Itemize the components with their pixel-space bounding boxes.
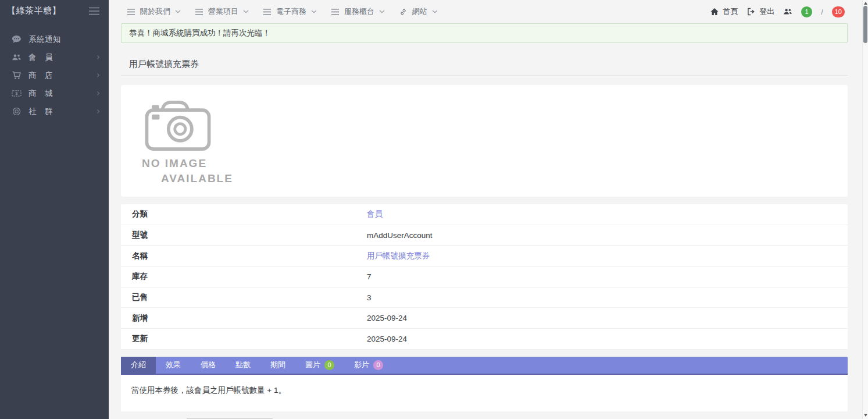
sidebar-item[interactable]: 會 員› <box>0 48 109 66</box>
topnav-menu[interactable]: 營業項目 <box>195 6 249 17</box>
topnav-menu-label: 關於我們 <box>140 6 170 17</box>
home-link[interactable]: 首頁 <box>710 6 738 17</box>
cart-icon <box>10 71 23 80</box>
tab-label: 價格 <box>201 360 216 370</box>
detail-label: 名稱 <box>121 251 367 261</box>
link-icon <box>399 8 408 16</box>
sidebar-item[interactable]: 系統通知 <box>0 30 109 48</box>
sidebar-item[interactable]: $商 城› <box>0 84 109 102</box>
chevron-down-icon <box>432 10 438 13</box>
detail-value: mAddUserAccount <box>367 231 433 240</box>
detail-value: 3 <box>367 293 372 302</box>
bars-icon <box>127 8 135 16</box>
detail-row: 庫存7 <box>121 267 848 287</box>
logout-label: 登出 <box>759 6 774 17</box>
svg-text:$: $ <box>15 91 18 96</box>
tab-2[interactable]: 效果 <box>156 357 191 374</box>
ticket-icon: $ <box>10 89 23 98</box>
scroll-down-arrow-icon[interactable] <box>863 412 868 418</box>
bars-icon <box>263 8 272 16</box>
top-navigation: 關於我們營業項目電子商務服務櫃台網站 <box>127 6 438 17</box>
logout-link[interactable]: 登出 <box>746 6 774 17</box>
detail-value: 2025-09-24 <box>367 314 407 322</box>
tab-label: 影片 <box>354 360 369 370</box>
online-count-badge[interactable]: 1 <box>801 6 812 17</box>
product-details-table: 分類會員型號mAddUserAccount名稱用戶帳號擴充票券庫存7已售3新增2… <box>121 204 848 350</box>
users-icon <box>10 53 23 62</box>
sidebar-item-label: 商 城 <box>28 88 97 99</box>
topnav-menu-label: 服務櫃台 <box>344 6 374 17</box>
no-image-placeholder: NO IMAGE AVAILABLE <box>121 85 226 186</box>
tab-7[interactable]: 影片0 <box>344 357 393 374</box>
sidebar-menu: 系統通知會 員›商 店›$商 城›社 群› <box>0 30 109 120</box>
tab-content: 當使用本券後，該會員之用戶帳號數量 + 1。 <box>121 375 848 411</box>
total-count-badge[interactable]: 10 <box>832 6 845 17</box>
topnav-menu[interactable]: 網站 <box>399 6 438 17</box>
sidebar-item[interactable]: 商 店› <box>0 66 109 84</box>
chevron-right-icon: › <box>97 107 100 116</box>
detail-label: 已售 <box>121 292 367 303</box>
members-group-icon[interactable] <box>783 8 792 16</box>
chevron-right-icon: › <box>97 53 100 62</box>
product-image-card: NO IMAGE AVAILABLE <box>121 85 848 197</box>
detail-row: 名稱用戶帳號擴充票券 <box>121 246 848 267</box>
detail-label: 庫存 <box>121 271 367 282</box>
tab-label: 介紹 <box>131 360 146 370</box>
no-image-text-line1: NO IMAGE <box>142 156 226 171</box>
topnav-menu[interactable]: 服務櫃台 <box>331 6 385 17</box>
topnav-menu[interactable]: 關於我們 <box>127 6 181 17</box>
detail-label: 更新 <box>121 333 367 344</box>
tab-label: 期間 <box>270 360 285 370</box>
sidebar-item-label: 商 店 <box>28 70 97 81</box>
detail-label: 新增 <box>121 313 367 324</box>
topnav-menu-label: 網站 <box>412 6 427 17</box>
main-content: 恭喜！商城系統購買成功！請再次光臨！ 用戶帳號擴充票券 NO IMAGE AVA… <box>121 23 848 419</box>
scrollbar[interactable] <box>862 0 868 419</box>
no-image-text-line2: AVAILABLE <box>161 171 226 186</box>
scroll-up-arrow-icon[interactable] <box>863 0 868 6</box>
detail-value-link[interactable]: 用戶帳號擴充票券 <box>367 251 430 261</box>
chevron-down-icon <box>175 10 181 13</box>
tab-6[interactable]: 圖片0 <box>295 357 344 374</box>
detail-label: 分類 <box>121 209 367 219</box>
sidebar-item-label: 社 群 <box>28 106 97 117</box>
sidebar-item-label: 會 員 <box>28 52 97 63</box>
detail-label: 型號 <box>121 230 367 240</box>
detail-value: 2025-09-24 <box>367 335 407 343</box>
topnav-menu[interactable]: 電子商務 <box>263 6 317 17</box>
tab-label: 圖片 <box>305 360 320 370</box>
detail-row: 更新2025-09-24 <box>121 329 848 350</box>
sidebar: 【綠茶半糖】 系統通知會 員›商 店›$商 城›社 群› <box>0 0 109 419</box>
tab-5[interactable]: 期間 <box>260 357 295 374</box>
detail-value-link[interactable]: 會員 <box>367 209 383 219</box>
tab-3[interactable]: 價格 <box>191 357 226 374</box>
detail-row: 分類會員 <box>121 204 848 225</box>
sidebar-item[interactable]: 社 群› <box>0 102 109 120</box>
comment-icon <box>10 35 23 44</box>
tab-1[interactable]: 介紹 <box>121 357 156 374</box>
tab-count-badge: 0 <box>324 360 334 370</box>
detail-row: 型號mAddUserAccount <box>121 225 848 246</box>
chevron-down-icon <box>243 10 249 13</box>
badge-separator: / <box>821 8 823 16</box>
camera-icon <box>144 100 212 151</box>
tab-4[interactable]: 點數 <box>226 357 260 374</box>
bars-icon <box>195 8 203 16</box>
chevron-down-icon <box>311 10 317 13</box>
scrollbar-thumb[interactable] <box>863 6 867 43</box>
detail-row: 已售3 <box>121 287 848 308</box>
topbar: 關於我們營業項目電子商務服務櫃台網站 首頁 登出 1 / 10 <box>109 0 868 23</box>
page-title: 用戶帳號擴充票券 <box>129 59 848 70</box>
topnav-menu-label: 電子商務 <box>276 6 306 17</box>
success-alert: 恭喜！商城系統購買成功！請再次光臨！ <box>121 23 848 43</box>
community-icon <box>10 107 23 116</box>
brand-title: 【綠茶半糖】 <box>7 5 61 16</box>
title-divider <box>121 75 848 76</box>
tab-label: 點數 <box>235 360 251 370</box>
home-icon <box>710 8 719 16</box>
logout-icon <box>746 8 756 16</box>
tab-count-badge: 0 <box>373 360 383 370</box>
bars-icon <box>331 8 340 16</box>
sidebar-toggle-icon[interactable] <box>88 6 100 16</box>
topnav-menu-label: 營業項目 <box>208 6 238 17</box>
